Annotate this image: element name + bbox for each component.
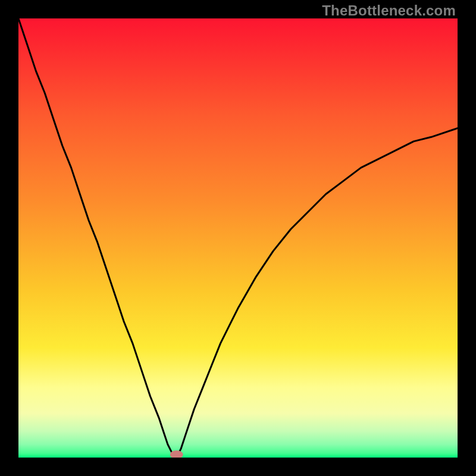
gradient-background [18, 18, 458, 458]
chart-frame: TheBottleneck.com [0, 0, 476, 476]
watermark-text: TheBottleneck.com [322, 2, 456, 19]
plot-area [18, 18, 458, 458]
plot-svg [18, 18, 458, 458]
